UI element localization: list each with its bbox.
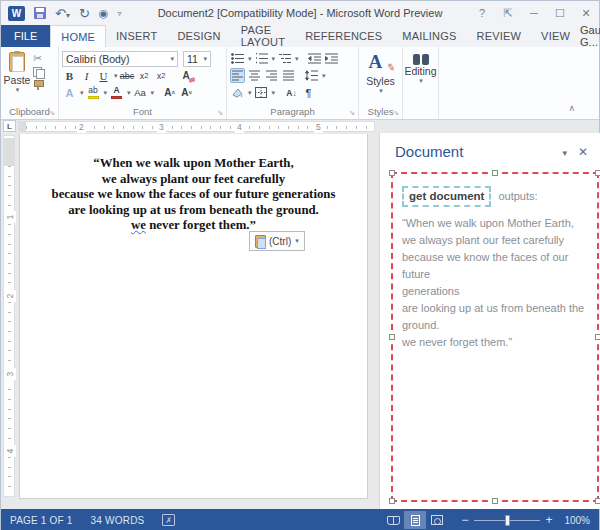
selected-content-box[interactable]: get document outputs: “When we walk upon… bbox=[391, 172, 599, 502]
tab-page-layout[interactable]: PAGE LAYOUT bbox=[231, 25, 295, 47]
font-color-button[interactable]: A bbox=[109, 85, 124, 100]
highlight-color-button[interactable]: ab bbox=[86, 85, 101, 100]
tab-view[interactable]: VIEW bbox=[531, 25, 580, 47]
user-name[interactable]: Gaurav G... bbox=[580, 24, 600, 48]
maximize-icon[interactable]: ☐ bbox=[547, 7, 573, 20]
word-app-icon[interactable]: W bbox=[8, 6, 25, 21]
selection-handle[interactable] bbox=[492, 498, 498, 504]
qat-customize-icon[interactable]: ▿ bbox=[117, 9, 121, 18]
styles-button[interactable]: Styles bbox=[366, 75, 395, 87]
tab-home[interactable]: HOME bbox=[50, 25, 106, 47]
chevron-down-icon[interactable]: ▾ bbox=[114, 72, 118, 80]
selection-handle[interactable] bbox=[389, 498, 395, 504]
clear-formatting-button[interactable]: A bbox=[179, 68, 194, 83]
task-pane-menu-icon[interactable]: ▾ bbox=[562, 148, 567, 158]
grow-font-button[interactable]: A˄ bbox=[162, 85, 177, 100]
redo-icon[interactable]: ↻ bbox=[79, 7, 90, 20]
selection-handle[interactable] bbox=[389, 334, 395, 340]
underline-button[interactable]: U bbox=[96, 68, 111, 83]
read-mode-icon[interactable] bbox=[382, 511, 404, 529]
undo-button[interactable]: ↶▾ bbox=[55, 7, 70, 20]
tab-file[interactable]: FILE bbox=[1, 25, 50, 47]
borders-icon[interactable] bbox=[254, 85, 269, 100]
cut-icon[interactable]: ✂ bbox=[33, 53, 43, 64]
binoculars-icon[interactable] bbox=[413, 54, 429, 65]
line-spacing-icon[interactable] bbox=[304, 68, 319, 83]
decrease-indent-icon[interactable] bbox=[307, 51, 322, 66]
tab-design[interactable]: DESIGN bbox=[167, 25, 230, 47]
tab-insert[interactable]: INSERT bbox=[106, 25, 167, 47]
chevron-down-icon[interactable]: ▾ bbox=[248, 55, 252, 63]
superscript-button[interactable]: x2 bbox=[154, 68, 169, 83]
zoom-slider[interactable] bbox=[474, 520, 540, 521]
word-count[interactable]: 34 WORDS bbox=[91, 515, 145, 526]
chevron-down-icon[interactable]: ▾ bbox=[248, 89, 252, 97]
vertical-ruler[interactable]: 1 2 3 4 bbox=[3, 135, 15, 497]
align-right-icon[interactable] bbox=[264, 68, 279, 83]
shading-icon[interactable] bbox=[230, 85, 245, 100]
document-page[interactable]: “When we walk upon Mother Earth, we alwa… bbox=[19, 134, 368, 499]
page-indicator[interactable]: PAGE 1 OF 1 bbox=[10, 515, 73, 526]
align-left-icon[interactable] bbox=[230, 68, 245, 83]
chevron-down-icon[interactable]: ▾ bbox=[104, 89, 108, 97]
tab-stop-selector[interactable]: L bbox=[3, 120, 16, 132]
font-name-combo[interactable]: Calibri (Body)▾ bbox=[62, 51, 178, 67]
dialog-launcher-icon[interactable]: ⇘ bbox=[349, 109, 355, 117]
align-center-icon[interactable] bbox=[247, 68, 262, 83]
subscript-button[interactable]: x2 bbox=[137, 68, 152, 83]
chevron-down-icon[interactable]: ▾ bbox=[151, 89, 155, 97]
styles-icon[interactable]: A✎ bbox=[369, 51, 393, 75]
justify-icon[interactable] bbox=[281, 68, 296, 83]
numbering-icon[interactable] bbox=[254, 51, 269, 66]
selection-handle[interactable] bbox=[595, 170, 600, 176]
bullets-icon[interactable] bbox=[230, 51, 245, 66]
text-effects-button[interactable]: A bbox=[62, 85, 77, 100]
pilcrow-icon[interactable]: ¶ bbox=[301, 85, 316, 100]
zoom-slider-handle[interactable] bbox=[505, 515, 510, 526]
tab-review[interactable]: REVIEW bbox=[467, 25, 532, 47]
copy-icon[interactable] bbox=[33, 67, 43, 77]
dialog-launcher-icon[interactable]: ⇘ bbox=[49, 109, 55, 117]
selection-handle[interactable] bbox=[389, 170, 395, 176]
zoom-out-icon[interactable]: − bbox=[458, 513, 472, 527]
chevron-down-icon[interactable]: ▾ bbox=[80, 89, 84, 97]
shrink-font-button[interactable]: A˅ bbox=[179, 85, 194, 100]
tab-references[interactable]: REFERENCES bbox=[295, 25, 392, 47]
italic-button[interactable]: I bbox=[79, 68, 94, 83]
chevron-down-icon[interactable]: ▾ bbox=[322, 72, 326, 80]
font-size-combo[interactable]: 11▾ bbox=[183, 51, 211, 67]
chevron-down-icon[interactable]: ▾ bbox=[295, 55, 299, 63]
sort-icon[interactable]: A↓ bbox=[284, 85, 299, 100]
document-text[interactable]: “When we walk upon Mother Earth, we alwa… bbox=[20, 156, 367, 234]
get-document-button[interactable]: get document bbox=[402, 186, 491, 207]
paste-options-button[interactable]: (Ctrl) ▾ bbox=[249, 231, 305, 251]
chevron-down-icon[interactable]: ▾ bbox=[127, 89, 131, 97]
print-layout-icon[interactable] bbox=[404, 511, 426, 529]
zoom-in-icon[interactable]: + bbox=[542, 513, 556, 527]
close-icon[interactable]: ✕ bbox=[573, 7, 599, 20]
selection-handle[interactable] bbox=[492, 170, 498, 176]
editing-button[interactable]: Editing bbox=[404, 65, 436, 77]
strikethrough-button[interactable]: abc bbox=[120, 68, 135, 83]
multilevel-list-icon[interactable] bbox=[277, 51, 292, 66]
dialog-launcher-icon[interactable]: ⇘ bbox=[217, 109, 223, 117]
increase-indent-icon[interactable] bbox=[324, 51, 339, 66]
chevron-down-icon[interactable]: ▾ bbox=[419, 77, 423, 85]
dialog-launcher-icon[interactable]: ⇘ bbox=[393, 109, 399, 117]
selection-handle[interactable] bbox=[595, 334, 600, 340]
bold-button[interactable]: B bbox=[62, 68, 77, 83]
help-icon[interactable]: ? bbox=[469, 7, 495, 19]
proofing-errors-icon[interactable]: ✗ bbox=[162, 514, 175, 526]
chevron-down-icon[interactable]: ▾ bbox=[272, 89, 276, 97]
selection-handle[interactable] bbox=[595, 498, 600, 504]
minimize-icon[interactable]: ─ bbox=[521, 7, 547, 19]
touch-mode-icon[interactable]: ◉ bbox=[99, 8, 109, 19]
web-layout-icon[interactable] bbox=[426, 511, 448, 529]
format-painter-icon[interactable] bbox=[33, 80, 43, 90]
change-case-button[interactable]: Aa bbox=[133, 85, 148, 100]
ribbon-display-options-icon[interactable]: ⇱ bbox=[495, 7, 521, 20]
chevron-down-icon[interactable]: ▾ bbox=[272, 55, 276, 63]
zoom-level[interactable]: 100% bbox=[556, 515, 590, 526]
chevron-down-icon[interactable]: ▾ bbox=[379, 87, 383, 95]
horizontal-ruler[interactable]: 2 3 4 5 bbox=[18, 121, 375, 132]
